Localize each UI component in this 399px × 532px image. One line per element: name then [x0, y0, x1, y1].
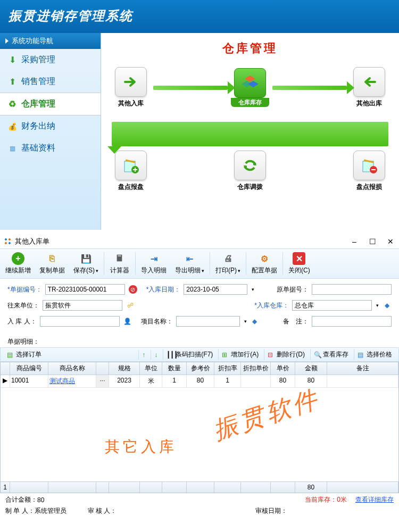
print-button[interactable]: 🖨打印(P)▾ [211, 250, 245, 277]
close-window-button[interactable]: ✕关闭(C) [284, 250, 314, 277]
calc-button[interactable]: 🖩计算器 [105, 250, 134, 277]
card-transfer[interactable]: 仓库调拨 [231, 151, 269, 192]
btn-label: 复制单据 [39, 266, 65, 275]
close-button[interactable]: ✕ [386, 237, 395, 246]
select-order-button[interactable]: ▤选择订单 [4, 349, 45, 360]
card-check-gain[interactable]: 盘点报盘 [112, 151, 150, 192]
foot-index: 1 [1, 481, 10, 493]
close-icon: ✕ [293, 252, 305, 265]
select-price-button[interactable]: ▤选择价格 [354, 349, 395, 360]
maximize-button[interactable]: ☐ [368, 237, 377, 246]
cell-price[interactable]: 80 [271, 375, 295, 388]
remark-input[interactable] [312, 316, 392, 327]
cell-unit[interactable]: 米 [140, 375, 162, 388]
move-up-button[interactable]: ↑ [138, 350, 148, 360]
grid-row[interactable]: ▶ 10001 测试商品 ··· 2023 米 1 80 1 80 80 [1, 375, 398, 388]
sidebar-item-purchase[interactable]: ⬇ 采购管理 [0, 49, 101, 71]
svg-marker-0 [245, 76, 255, 82]
cell-code[interactable]: 10001 [10, 375, 48, 388]
check-stock-button[interactable]: 🔍查看库存 [310, 349, 352, 360]
col-header[interactable]: 金额 [295, 362, 327, 375]
col-header[interactable]: 单价 [271, 362, 295, 375]
lookup-button[interactable]: ··· [96, 375, 109, 388]
col-header[interactable]: 商品编号 [10, 362, 48, 375]
maker-label: 制 单 人： [5, 507, 35, 514]
lookup-icon[interactable]: ☍ [126, 301, 135, 310]
move-down-button[interactable]: ↓ [151, 350, 161, 360]
copy-button[interactable]: ⎘复制单据 [35, 250, 69, 277]
operator-input[interactable] [40, 316, 120, 327]
project-select[interactable] [176, 316, 240, 327]
col-header[interactable]: 参考价 [187, 362, 214, 375]
config-button[interactable]: ⚙配置单据 [247, 250, 281, 277]
cancel-icon[interactable]: ⊘ [128, 285, 138, 294]
chevron-right-icon [5, 38, 9, 44]
book-icon[interactable]: ◆ [382, 301, 392, 310]
col-header[interactable]: 商品名称 [48, 362, 96, 375]
cell-refprice[interactable]: 80 [187, 375, 214, 388]
toolbar: +继续新增 ⎘复制单据 💾保存(S)▾ 🖩计算器 ⇥导入明细 ⇤导出明细▾ 🖨打… [0, 248, 399, 279]
col-header[interactable]: 备注 [327, 362, 398, 375]
card-other-in[interactable]: 其他入库 [112, 67, 150, 108]
vendor-input[interactable] [43, 300, 122, 311]
del-row-button[interactable]: ⊟删除行(D) [264, 349, 308, 360]
person-icon[interactable]: 👤 [123, 317, 132, 326]
arrow-up-icon: ↑ [142, 351, 145, 359]
col-header[interactable]: 数量 [162, 362, 187, 375]
save-button[interactable]: 💾保存(S)▾ [69, 250, 103, 277]
sidebar-item-sales[interactable]: ⬆ 销售管理 [0, 71, 101, 93]
chevron-down-icon[interactable]: ▾ [244, 319, 247, 324]
sidebar-item-basedata[interactable]: ▦ 基础资料 [0, 137, 101, 159]
warehouse-select[interactable] [292, 300, 372, 311]
card-stock[interactable]: 仓库库存 [231, 68, 269, 107]
col-header[interactable]: 折扣率 [214, 362, 241, 375]
cell-amount[interactable]: 80 [295, 375, 327, 388]
list-icon: ▤ [7, 351, 14, 359]
sidebar-header[interactable]: 系统功能导航 [0, 33, 101, 49]
chevron-down-icon[interactable]: ▾ [376, 303, 379, 308]
save-icon: 💾 [80, 252, 93, 265]
calculator-icon: 🖩 [113, 252, 126, 265]
btn-label: 配置单据 [252, 266, 277, 275]
remark-label: 备 注： [283, 317, 309, 326]
barcode-button[interactable]: ┃┃┃条码扫描(F7) [163, 349, 216, 360]
import-button[interactable]: ⇥导入明细 [137, 250, 171, 277]
cell-discprice[interactable] [241, 375, 271, 388]
cell-spec[interactable]: 2023 [109, 375, 140, 388]
sheet-minus-icon [360, 156, 379, 175]
card-label: 盘点报损 [350, 182, 388, 192]
barcode-icon: ┃┃┃ [167, 351, 174, 359]
col-header[interactable]: 规格 [109, 362, 140, 375]
minimize-button[interactable]: – [350, 237, 359, 246]
cell-qty[interactable]: 1 [162, 375, 187, 388]
app-title: 振贯进销存管理系统 [9, 7, 390, 24]
orig-no-input[interactable] [312, 284, 392, 295]
card-label: 盘点报盘 [112, 182, 150, 192]
col-header[interactable]: 折扣单价 [241, 362, 271, 375]
new-button[interactable]: +继续新增 [1, 250, 35, 277]
doc-no-input[interactable] [45, 284, 125, 295]
grid-body[interactable]: 其它入库 振贯软件 [1, 388, 398, 481]
stock-detail-link[interactable]: 查看详细库存 [355, 495, 394, 504]
col-header[interactable]: 单位 [140, 362, 162, 375]
cell-discrate[interactable]: 1 [214, 375, 241, 388]
book-icon[interactable]: ◆ [250, 317, 260, 326]
flow-arrow-down-icon [112, 122, 388, 146]
flow-arrow-icon [153, 86, 228, 90]
in-date-input[interactable] [184, 284, 247, 295]
sidebar-item-finance[interactable]: 💰 财务出纳 [0, 115, 101, 137]
cell-name[interactable]: 测试商品 [48, 375, 96, 388]
chevron-down-icon[interactable]: ▾ [252, 287, 254, 292]
sidebar-item-warehouse[interactable]: ♻ 仓库管理 [0, 93, 101, 115]
export-button[interactable]: ⇤导出明细▾ [171, 250, 209, 277]
gear-icon: ⚙ [258, 252, 271, 265]
warehouse-label: *入库仓库： [254, 301, 289, 310]
operator-label: 入 库 人： [7, 317, 37, 326]
add-row-button[interactable]: ⊞增加行(A) [218, 349, 262, 360]
cell-remark[interactable] [327, 375, 398, 388]
audit-date-label: 审核日期： [255, 506, 287, 516]
card-label: 其他出库 [350, 99, 388, 108]
card-check-loss[interactable]: 盘点报损 [350, 151, 388, 192]
arrow-in-icon [122, 73, 140, 91]
card-other-out[interactable]: 其他出库 [350, 67, 388, 108]
